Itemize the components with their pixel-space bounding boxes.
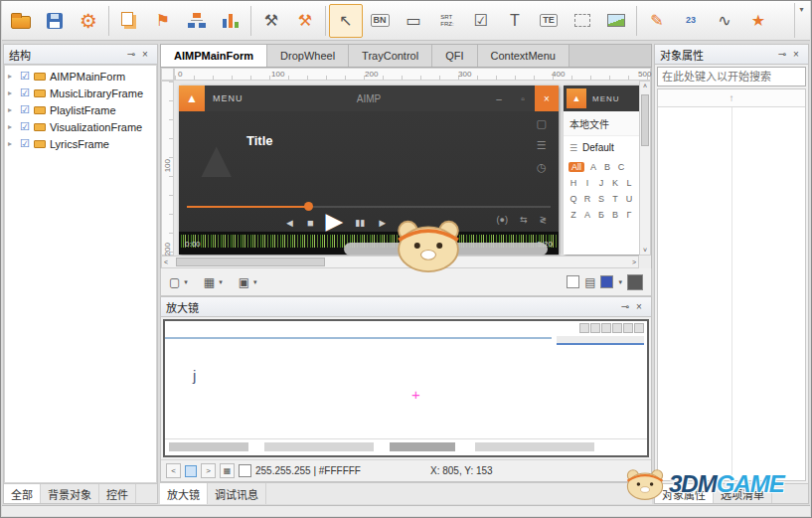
edit-control-button[interactable]: TE bbox=[532, 4, 566, 38]
grid-tool-button[interactable]: ▦ ▾ bbox=[204, 275, 223, 289]
select-cursor-button[interactable]: ↖ bbox=[329, 4, 363, 38]
scroll-right-icon[interactable]: ˃ bbox=[632, 259, 636, 265]
scroll-left-icon[interactable]: ˂ bbox=[164, 259, 168, 265]
aimp-logo-icon[interactable]: ▲ bbox=[179, 86, 205, 111]
expander-icon[interactable]: ▸ bbox=[8, 88, 16, 97]
letter-cell[interactable]: H bbox=[568, 178, 578, 188]
checkbox-control-button[interactable]: ☑ bbox=[464, 4, 498, 38]
letter-cell[interactable]: В bbox=[610, 210, 620, 220]
scroll-up-icon[interactable]: ˄ bbox=[640, 83, 650, 89]
frame-control-button[interactable] bbox=[566, 4, 599, 38]
repair-button[interactable]: ⚒ bbox=[288, 4, 322, 38]
checkbox-icon[interactable]: ☑ bbox=[20, 137, 30, 150]
progress-bar[interactable] bbox=[187, 206, 551, 208]
aimp-logo-icon[interactable]: ▲ bbox=[567, 88, 586, 108]
numbers-button[interactable]: 23 bbox=[674, 4, 708, 38]
letter-cell[interactable]: B bbox=[602, 162, 612, 172]
selection-color-swatch[interactable] bbox=[600, 275, 613, 288]
letter-cell[interactable]: L bbox=[624, 178, 634, 188]
flag-button[interactable]: ⚑ bbox=[146, 4, 180, 38]
player-preview[interactable]: ▲ MENU AIMP – ▫ × ▲ Title ▢ bbox=[179, 86, 559, 255]
tools-button[interactable]: ⚒ bbox=[254, 4, 288, 38]
prev-page-button[interactable]: ˂ bbox=[166, 463, 181, 478]
search-input[interactable] bbox=[657, 67, 806, 86]
checkbox-icon[interactable]: ☑ bbox=[20, 120, 30, 133]
panel-control-button[interactable]: ▭ bbox=[397, 4, 430, 38]
close-icon[interactable]: × bbox=[632, 301, 646, 312]
tree-item-musiclibraryframe[interactable]: ▸ ☑ MusicLibraryFrame bbox=[5, 85, 156, 101]
tab-debug-messages[interactable]: 调试讯息 bbox=[208, 483, 266, 504]
pin-icon[interactable]: ⊸ bbox=[618, 301, 632, 312]
background-color-swatch[interactable] bbox=[627, 274, 643, 290]
next-button[interactable]: ► bbox=[377, 217, 388, 229]
close-icon[interactable]: × bbox=[789, 49, 803, 60]
scrollbar-thumb[interactable] bbox=[641, 94, 649, 146]
chevron-down-icon[interactable]: ▾ bbox=[618, 278, 622, 286]
stop-button[interactable]: ■ bbox=[307, 217, 314, 229]
player-menu-button[interactable]: MENU bbox=[213, 93, 244, 103]
letter-cell[interactable]: T bbox=[610, 194, 620, 204]
save-skin-button[interactable] bbox=[38, 4, 72, 38]
letter-cell[interactable]: Q bbox=[568, 194, 578, 204]
next-page-button[interactable]: ˃ bbox=[201, 463, 216, 478]
favorites-button[interactable]: ★ bbox=[741, 4, 775, 38]
hierarchy-button[interactable] bbox=[180, 4, 214, 38]
progress-knob[interactable] bbox=[304, 202, 313, 211]
tab-all[interactable]: 全部 bbox=[4, 484, 41, 503]
letter-cell[interactable]: A bbox=[588, 162, 598, 172]
grid-button[interactable]: ▦ bbox=[220, 463, 235, 478]
tab-traycontrol[interactable]: TrayControl bbox=[349, 45, 432, 67]
radio-icon[interactable]: (●) bbox=[496, 215, 507, 225]
scroll-down-icon[interactable]: ˅ bbox=[640, 247, 650, 254]
display-icon[interactable]: ▢ bbox=[537, 117, 547, 130]
tab-aimpmainform[interactable]: AIMPMainForm bbox=[161, 45, 267, 67]
import-skin-button[interactable] bbox=[112, 4, 146, 38]
settings-button[interactable]: ⚙ bbox=[72, 4, 105, 38]
prev-button[interactable]: ◄ bbox=[284, 217, 295, 229]
expander-icon[interactable]: ▸ bbox=[8, 122, 16, 131]
clock-icon[interactable]: ◷ bbox=[537, 161, 547, 174]
pin-icon[interactable]: ⊸ bbox=[775, 49, 789, 60]
letter-cell[interactable]: All bbox=[568, 162, 584, 172]
pin-icon[interactable]: ⊸ bbox=[124, 49, 138, 60]
playlist-menu-button[interactable]: MENU bbox=[592, 94, 620, 103]
letter-cell[interactable]: А bbox=[582, 210, 592, 220]
tree-item-aimpmainform[interactable]: ▸ ☑ AIMPMainForm bbox=[5, 68, 156, 85]
tab-background-objects[interactable]: 背景对象 bbox=[41, 484, 99, 503]
letter-cell[interactable]: Б bbox=[596, 210, 606, 220]
playlist-sort-row[interactable]: ☰ Default bbox=[564, 136, 639, 159]
playlist-preview[interactable]: ▲ MENU 本地文件 ☰ Default All A B C bbox=[564, 86, 639, 255]
anchors-tool-button[interactable]: ▢ ▾ bbox=[169, 275, 188, 289]
curve-button[interactable]: ∿ bbox=[708, 4, 741, 38]
letter-cell[interactable]: Г bbox=[624, 210, 634, 220]
minimize-icon[interactable]: – bbox=[487, 86, 511, 111]
tree-item-visualizationframe[interactable]: ▸ ☑ VisualizationFrame bbox=[5, 118, 156, 135]
repeat-icon[interactable]: ⇆ bbox=[520, 215, 528, 225]
tree-item-playlistframe[interactable]: ▸ ☑ PlaylistFrame bbox=[5, 101, 156, 118]
vertical-scrollbar[interactable]: ˄ ˅ bbox=[639, 81, 651, 256]
expander-icon[interactable]: ▸ bbox=[8, 105, 16, 114]
open-skin-button[interactable] bbox=[4, 4, 38, 38]
tab-dropwheel[interactable]: DropWheel bbox=[267, 45, 349, 67]
letter-cell[interactable]: J bbox=[596, 178, 606, 188]
layers-tool-button[interactable]: ▣ ▾ bbox=[239, 275, 257, 289]
button-control-button[interactable]: BN bbox=[363, 4, 397, 38]
expander-icon[interactable]: ▸ bbox=[8, 139, 16, 148]
grid-toggle-icon[interactable]: ▤ bbox=[584, 275, 595, 289]
shuffle-icon[interactable]: ≷ bbox=[539, 215, 547, 225]
checkbox-icon[interactable]: ☑ bbox=[20, 70, 30, 83]
maximize-icon[interactable]: ▫ bbox=[511, 86, 535, 111]
letter-cell[interactable]: U bbox=[624, 194, 634, 204]
play-button[interactable]: ▶ bbox=[326, 208, 344, 235]
label-control-button[interactable]: T bbox=[498, 4, 532, 38]
tab-magnifier[interactable]: 放大镜 bbox=[160, 483, 208, 504]
image-control-button[interactable] bbox=[599, 4, 633, 38]
properties-grid-header[interactable]: ↑ bbox=[658, 89, 805, 107]
white-color-swatch[interactable] bbox=[567, 275, 579, 288]
tab-qfi[interactable]: QFI bbox=[432, 45, 477, 67]
edit-pencil-button[interactable]: ✎ bbox=[640, 4, 674, 38]
equalizer-icon[interactable]: ☰ bbox=[537, 139, 547, 152]
letter-cell[interactable]: C bbox=[616, 162, 626, 172]
checkbox-icon[interactable]: ☑ bbox=[20, 86, 30, 99]
tree-item-lyricsframe[interactable]: ▸ ☑ LyricsFrame bbox=[5, 135, 156, 152]
